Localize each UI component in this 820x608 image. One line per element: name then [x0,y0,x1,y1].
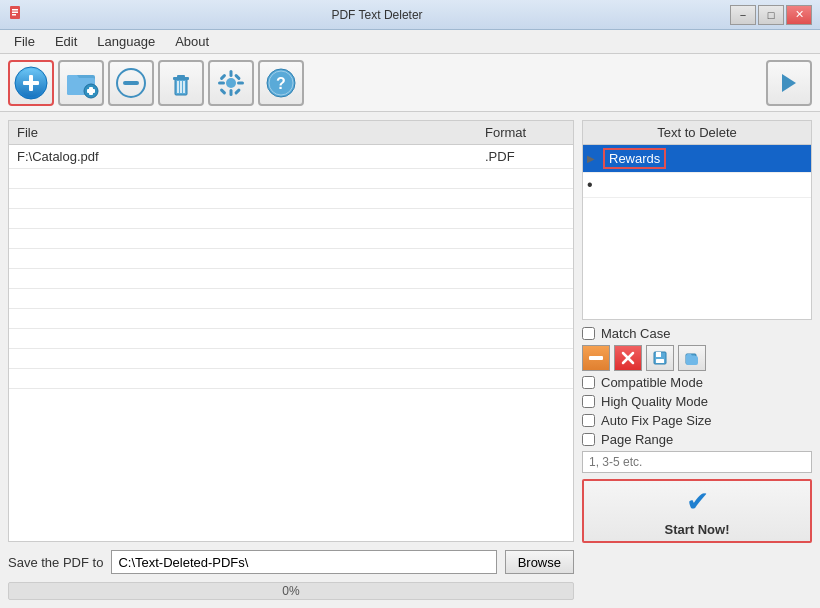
menu-bar: File Edit Language About [0,30,820,54]
svg-rect-38 [656,359,664,363]
page-range-label: Page Range [601,432,673,447]
settings-button[interactable] [208,60,254,106]
load-template-button[interactable] [678,345,706,371]
toolbar: ? [0,54,820,112]
table-row-empty [9,349,573,369]
svg-rect-33 [589,356,603,360]
row-dot-icon: • [587,176,599,194]
delete-button[interactable] [158,60,204,106]
save-label: Save the PDF to [8,555,103,570]
table-row[interactable]: F:\Catalog.pdf .PDF [9,145,573,169]
progress-bar: 0% [8,582,574,600]
table-row-empty [9,189,573,209]
svg-rect-37 [656,352,661,357]
compatible-mode-checkbox[interactable] [582,376,595,389]
svg-rect-7 [23,81,39,85]
table-row-empty [9,229,573,249]
text-to-delete-rows: ▶ Rewards • [583,145,811,317]
delete-text-button[interactable] [614,345,642,371]
left-panel: File Format F:\Catalog.pdf .PDF [8,120,574,600]
table-row-empty [9,269,573,289]
svg-rect-11 [87,89,95,93]
table-row-empty [9,369,573,389]
svg-rect-3 [12,14,16,16]
match-case-checkbox[interactable] [582,327,595,340]
table-row-empty [9,249,573,269]
high-quality-mode-label: High Quality Mode [601,394,708,409]
main-content: File Format F:\Catalog.pdf .PDF [0,112,820,608]
page-range-row: Page Range [582,432,812,447]
auto-fix-page-size-row: Auto Fix Page Size [582,413,812,428]
remove-button[interactable] [108,60,154,106]
table-row-empty [9,309,573,329]
file-table: File Format F:\Catalog.pdf .PDF [8,120,574,542]
svg-rect-26 [234,87,241,94]
svg-rect-25 [219,73,226,80]
svg-rect-22 [230,89,233,96]
right-panel: Text to Delete ▶ Rewards • Match Case [582,120,812,600]
minimize-button[interactable]: − [730,5,756,25]
text-action-buttons [582,345,812,371]
table-row-empty [9,289,573,309]
svg-rect-23 [218,81,225,84]
window-title: PDF Text Deleter [24,8,730,22]
page-range-input[interactable] [582,451,812,473]
row-expand-icon: ▶ [587,153,599,164]
menu-edit[interactable]: Edit [45,32,87,51]
svg-rect-24 [237,81,244,84]
window-controls: − □ ✕ [730,5,812,25]
save-path-input[interactable] [111,550,496,574]
file-format: .PDF [485,149,565,164]
svg-text:?: ? [276,75,286,92]
table-row-empty [9,209,573,229]
svg-rect-21 [230,70,233,77]
high-quality-mode-row: High Quality Mode [582,394,812,409]
save-row: Save the PDF to Browse [8,550,574,574]
svg-rect-1 [12,9,18,11]
svg-rect-2 [12,12,18,14]
auto-fix-page-size-checkbox[interactable] [582,414,595,427]
checkmark-icon: ✔ [686,485,709,518]
next-button[interactable] [766,60,812,106]
col-file-header: File [17,125,485,140]
title-bar-icon [8,5,24,24]
add-pdf-button[interactable] [8,60,54,106]
browse-button[interactable]: Browse [505,550,574,574]
match-case-row: Match Case [582,326,812,341]
table-row-empty [9,169,573,189]
svg-marker-32 [782,74,796,92]
add-text-button[interactable] [582,345,610,371]
menu-file[interactable]: File [4,32,45,51]
svg-rect-27 [219,87,226,94]
auto-fix-page-size-label: Auto Fix Page Size [601,413,712,428]
list-item[interactable]: • [583,173,811,198]
file-table-header: File Format [9,121,573,145]
page-range-checkbox[interactable] [582,433,595,446]
match-case-label: Match Case [601,326,670,341]
save-template-button[interactable] [646,345,674,371]
col-format-header: Format [485,125,565,140]
start-now-label: Start Now! [665,522,730,537]
text-to-delete-header: Text to Delete [583,121,811,145]
list-item[interactable]: ▶ Rewards [583,145,811,173]
svg-rect-16 [177,75,185,78]
title-bar: PDF Text Deleter − □ ✕ [0,0,820,30]
text-to-delete-table: Text to Delete ▶ Rewards • [582,120,812,320]
compatible-mode-label: Compatible Mode [601,375,703,390]
svg-rect-12 [123,81,139,85]
options-section: Match Case [582,326,812,473]
high-quality-mode-checkbox[interactable] [582,395,595,408]
table-row-empty [9,329,573,349]
add-folder-button[interactable] [58,60,104,106]
menu-about[interactable]: About [165,32,219,51]
svg-rect-28 [234,73,241,80]
start-now-button[interactable]: ✔ Start Now! [582,479,812,543]
text-value-highlighted: Rewards [603,148,666,169]
restore-button[interactable]: □ [758,5,784,25]
close-button[interactable]: ✕ [786,5,812,25]
file-table-rows: F:\Catalog.pdf .PDF [9,145,573,539]
menu-language[interactable]: Language [87,32,165,51]
progress-label: 0% [9,583,573,599]
compatible-mode-row: Compatible Mode [582,375,812,390]
help-button[interactable]: ? [258,60,304,106]
